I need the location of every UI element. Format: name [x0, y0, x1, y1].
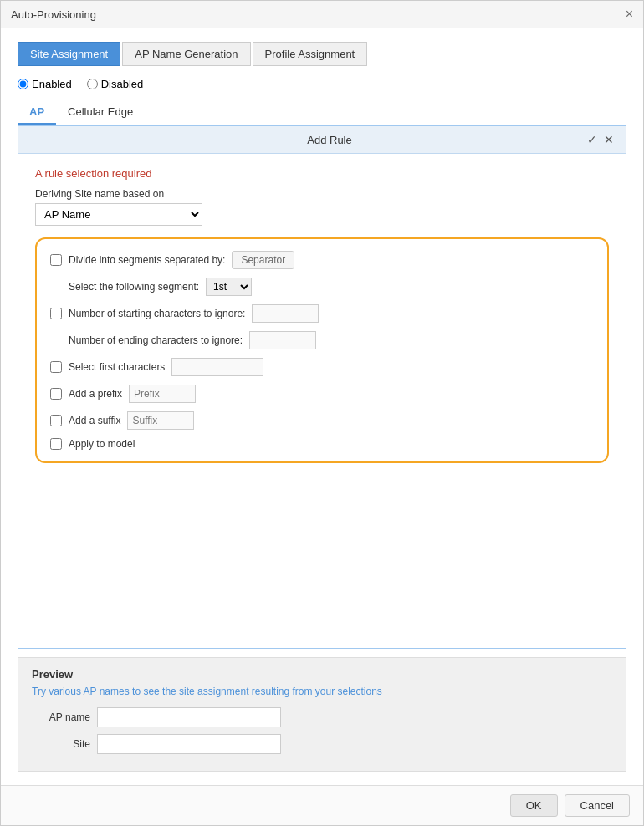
cancel-button[interactable]: Cancel [565, 794, 630, 817]
disabled-radio-label[interactable]: Disabled [87, 78, 144, 90]
dialog-title: Auto-Provisioning [11, 8, 96, 21]
add-rule-header: Add Rule ✓ ✕ [18, 126, 626, 154]
starting-chars-label: Number of starting characters to ignore: [69, 308, 245, 319]
apply-to-model-checkbox[interactable] [50, 438, 62, 450]
select-segment-label: Select the following segment: [69, 281, 199, 293]
sub-tab-ap[interactable]: AP [18, 100, 56, 125]
add-prefix-checkbox[interactable] [50, 388, 62, 400]
disabled-label: Disabled [101, 78, 144, 90]
title-bar: Auto-Provisioning × [1, 1, 643, 28]
segment-select[interactable]: 1st 2nd 3rd [206, 278, 252, 296]
deriving-label: Deriving Site name based on [35, 188, 609, 200]
dialog-body: Site Assignment AP Name Generation Profi… [1, 28, 643, 785]
add-suffix-checkbox[interactable] [50, 415, 62, 426]
add-rule-panel: Add Rule ✓ ✕ A rule selection required D… [18, 125, 626, 649]
dialog-close-button[interactable]: × [626, 8, 633, 21]
apply-to-model-label: Apply to model [69, 438, 135, 450]
main-tabs: Site Assignment AP Name Generation Profi… [18, 42, 626, 66]
ending-chars-row: Number of ending characters to ignore: [69, 331, 594, 349]
separator-button[interactable]: Separator [232, 251, 294, 269]
add-suffix-label: Add a suffix [69, 415, 120, 426]
add-rule-check-button[interactable]: ✓ [587, 133, 597, 146]
select-first-label: Select first characters [69, 361, 165, 373]
dialog-footer: OK Cancel [1, 785, 643, 825]
ap-name-input[interactable] [97, 707, 281, 727]
enable-disable-radio-group: Enabled Disabled [18, 78, 626, 90]
enabled-radio-label[interactable]: Enabled [18, 78, 72, 90]
preview-section: Preview Try various AP names to see the … [18, 657, 626, 772]
preview-hint: Try various AP names to see the site ass… [32, 686, 612, 697]
enabled-radio[interactable] [18, 79, 28, 89]
starting-chars-input[interactable] [252, 304, 319, 323]
ap-name-field-row: AP name [32, 707, 612, 727]
enabled-label: Enabled [32, 78, 72, 90]
add-rule-title: Add Rule [72, 134, 587, 146]
add-rule-actions: ✓ ✕ [587, 133, 614, 146]
sub-tab-cellular-edge[interactable]: Cellular Edge [56, 100, 145, 125]
add-suffix-row: Add a suffix [50, 411, 594, 430]
options-box: Divide into segments separated by: Separ… [35, 237, 609, 463]
divide-segments-row: Divide into segments separated by: Separ… [50, 251, 594, 269]
add-prefix-row: Add a prefix [50, 385, 594, 403]
sub-tabs: AP Cellular Edge [18, 100, 626, 125]
divide-segments-checkbox[interactable] [50, 254, 62, 266]
ok-button[interactable]: OK [510, 794, 558, 817]
site-field-label: Site [32, 738, 90, 750]
tab-ap-name-generation[interactable]: AP Name Generation [122, 42, 250, 66]
site-input[interactable] [97, 734, 281, 754]
apply-to-model-row: Apply to model [50, 438, 594, 450]
select-first-input[interactable] [171, 358, 263, 376]
select-first-checkbox[interactable] [50, 361, 62, 373]
divide-segments-label: Divide into segments separated by: [69, 254, 225, 266]
disabled-radio[interactable] [87, 79, 98, 89]
tab-profile-assignment[interactable]: Profile Assignment [253, 42, 368, 66]
site-field-row: Site [32, 734, 612, 754]
starting-chars-checkbox[interactable] [50, 308, 62, 319]
prefix-input[interactable] [129, 385, 196, 403]
ending-chars-input[interactable] [249, 331, 316, 349]
add-rule-close-button[interactable]: ✕ [604, 133, 614, 146]
add-prefix-label: Add a prefix [69, 388, 122, 400]
auto-provisioning-dialog: Auto-Provisioning × Site Assignment AP N… [0, 0, 644, 826]
select-segment-row: Select the following segment: 1st 2nd 3r… [69, 278, 594, 296]
ending-chars-label: Number of ending characters to ignore: [69, 334, 243, 346]
preview-title: Preview [32, 668, 612, 681]
add-rule-body: A rule selection required Deriving Site … [18, 154, 626, 648]
tab-site-assignment[interactable]: Site Assignment [18, 42, 120, 66]
rule-warning: A rule selection required [35, 167, 609, 180]
deriving-select[interactable]: AP Name AP MAC AP Serial [35, 203, 202, 226]
ap-name-field-label: AP name [32, 711, 90, 723]
select-first-row: Select first characters [50, 358, 594, 376]
suffix-input[interactable] [127, 411, 194, 430]
starting-chars-row: Number of starting characters to ignore: [50, 304, 594, 323]
